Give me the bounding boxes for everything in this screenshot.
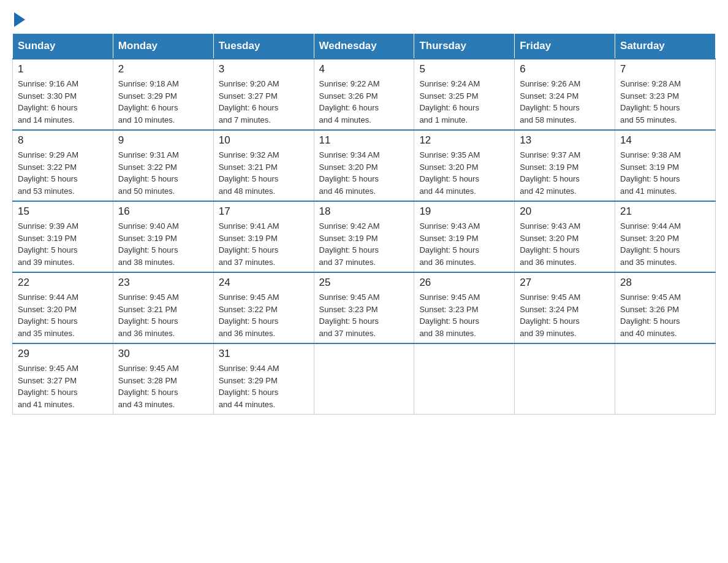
calendar-cell: 6Sunrise: 9:26 AMSunset: 3:24 PMDaylight… [515, 59, 615, 130]
week-row-4: 22Sunrise: 9:44 AMSunset: 3:20 PMDayligh… [13, 272, 716, 343]
day-number: 3 [219, 63, 309, 75]
calendar-cell [414, 343, 515, 415]
day-number: 20 [520, 205, 610, 218]
calendar-cell: 21Sunrise: 9:44 AMSunset: 3:20 PMDayligh… [615, 201, 716, 272]
calendar-cell: 11Sunrise: 9:34 AMSunset: 3:20 PMDayligh… [314, 130, 414, 201]
page-header [12, 12, 716, 27]
day-number: 26 [419, 277, 509, 289]
calendar-cell: 10Sunrise: 9:32 AMSunset: 3:21 PMDayligh… [213, 130, 314, 201]
day-info: Sunrise: 9:43 AMSunset: 3:19 PMDaylight:… [419, 220, 509, 268]
calendar-cell [314, 343, 414, 415]
day-number: 16 [118, 205, 208, 218]
week-row-2: 8Sunrise: 9:29 AMSunset: 3:22 PMDaylight… [13, 130, 716, 201]
calendar-cell: 1Sunrise: 9:16 AMSunset: 3:30 PMDaylight… [13, 59, 113, 130]
calendar-cell: 19Sunrise: 9:43 AMSunset: 3:19 PMDayligh… [414, 201, 515, 272]
header-thursday: Thursday [414, 34, 515, 59]
calendar-cell: 26Sunrise: 9:45 AMSunset: 3:23 PMDayligh… [414, 272, 515, 343]
day-number: 24 [219, 277, 309, 289]
calendar-cell: 24Sunrise: 9:45 AMSunset: 3:22 PMDayligh… [213, 272, 314, 343]
calendar-cell: 17Sunrise: 9:41 AMSunset: 3:19 PMDayligh… [213, 201, 314, 272]
calendar-cell: 7Sunrise: 9:28 AMSunset: 3:23 PMDaylight… [615, 59, 716, 130]
day-number: 23 [118, 277, 208, 289]
day-number: 8 [18, 134, 108, 147]
calendar-cell: 3Sunrise: 9:20 AMSunset: 3:27 PMDaylight… [213, 59, 314, 130]
day-number: 13 [520, 134, 610, 147]
day-number: 17 [219, 205, 309, 218]
calendar-cell [615, 343, 716, 415]
calendar-cell: 14Sunrise: 9:38 AMSunset: 3:19 PMDayligh… [615, 130, 716, 201]
day-info: Sunrise: 9:28 AMSunset: 3:23 PMDaylight:… [620, 78, 710, 126]
header-sunday: Sunday [13, 34, 113, 59]
day-info: Sunrise: 9:45 AMSunset: 3:23 PMDaylight:… [319, 291, 409, 339]
day-number: 12 [419, 134, 509, 147]
day-info: Sunrise: 9:38 AMSunset: 3:19 PMDaylight:… [620, 149, 710, 197]
day-info: Sunrise: 9:35 AMSunset: 3:20 PMDaylight:… [419, 149, 509, 197]
day-info: Sunrise: 9:45 AMSunset: 3:22 PMDaylight:… [219, 291, 309, 339]
header-tuesday: Tuesday [213, 34, 314, 59]
day-info: Sunrise: 9:22 AMSunset: 3:26 PMDaylight:… [319, 78, 409, 126]
day-info: Sunrise: 9:18 AMSunset: 3:29 PMDaylight:… [118, 78, 208, 126]
calendar-cell: 4Sunrise: 9:22 AMSunset: 3:26 PMDaylight… [314, 59, 414, 130]
day-info: Sunrise: 9:16 AMSunset: 3:30 PMDaylight:… [18, 78, 108, 126]
day-number: 9 [118, 134, 208, 147]
day-info: Sunrise: 9:26 AMSunset: 3:24 PMDaylight:… [520, 78, 610, 126]
calendar-cell: 25Sunrise: 9:45 AMSunset: 3:23 PMDayligh… [314, 272, 414, 343]
calendar-cell: 29Sunrise: 9:45 AMSunset: 3:27 PMDayligh… [13, 343, 113, 415]
calendar-table: SundayMondayTuesdayWednesdayThursdayFrid… [12, 33, 716, 415]
day-number: 15 [18, 205, 108, 218]
day-number: 25 [319, 277, 409, 289]
calendar-cell: 12Sunrise: 9:35 AMSunset: 3:20 PMDayligh… [414, 130, 515, 201]
day-number: 14 [620, 134, 710, 147]
day-info: Sunrise: 9:39 AMSunset: 3:19 PMDaylight:… [18, 220, 108, 268]
day-number: 19 [419, 205, 509, 218]
day-info: Sunrise: 9:31 AMSunset: 3:22 PMDaylight:… [118, 149, 208, 197]
calendar-cell: 2Sunrise: 9:18 AMSunset: 3:29 PMDaylight… [113, 59, 213, 130]
day-number: 7 [620, 63, 710, 75]
day-info: Sunrise: 9:42 AMSunset: 3:19 PMDaylight:… [319, 220, 409, 268]
calendar-cell: 5Sunrise: 9:24 AMSunset: 3:25 PMDaylight… [414, 59, 515, 130]
day-info: Sunrise: 9:44 AMSunset: 3:29 PMDaylight:… [219, 362, 309, 410]
day-number: 4 [319, 63, 409, 75]
day-number: 21 [620, 205, 710, 218]
day-info: Sunrise: 9:44 AMSunset: 3:20 PMDaylight:… [620, 220, 710, 268]
week-row-3: 15Sunrise: 9:39 AMSunset: 3:19 PMDayligh… [13, 201, 716, 272]
day-number: 29 [18, 348, 108, 360]
day-info: Sunrise: 9:20 AMSunset: 3:27 PMDaylight:… [219, 78, 309, 126]
header-wednesday: Wednesday [314, 34, 414, 59]
day-info: Sunrise: 9:40 AMSunset: 3:19 PMDaylight:… [118, 220, 208, 268]
day-info: Sunrise: 9:45 AMSunset: 3:21 PMDaylight:… [118, 291, 208, 339]
day-number: 18 [319, 205, 409, 218]
day-info: Sunrise: 9:43 AMSunset: 3:20 PMDaylight:… [520, 220, 610, 268]
week-row-1: 1Sunrise: 9:16 AMSunset: 3:30 PMDaylight… [13, 59, 716, 130]
logo-arrow-icon [14, 12, 25, 27]
calendar-cell: 28Sunrise: 9:45 AMSunset: 3:26 PMDayligh… [615, 272, 716, 343]
day-number: 6 [520, 63, 610, 75]
day-number: 1 [18, 63, 108, 75]
header-saturday: Saturday [615, 34, 716, 59]
calendar-cell: 9Sunrise: 9:31 AMSunset: 3:22 PMDaylight… [113, 130, 213, 201]
calendar-cell: 27Sunrise: 9:45 AMSunset: 3:24 PMDayligh… [515, 272, 615, 343]
day-info: Sunrise: 9:29 AMSunset: 3:22 PMDaylight:… [18, 149, 108, 197]
calendar-cell [515, 343, 615, 415]
calendar-cell: 13Sunrise: 9:37 AMSunset: 3:19 PMDayligh… [515, 130, 615, 201]
calendar-cell: 20Sunrise: 9:43 AMSunset: 3:20 PMDayligh… [515, 201, 615, 272]
day-info: Sunrise: 9:24 AMSunset: 3:25 PMDaylight:… [419, 78, 509, 126]
day-number: 11 [319, 134, 409, 147]
day-info: Sunrise: 9:45 AMSunset: 3:26 PMDaylight:… [620, 291, 710, 339]
day-info: Sunrise: 9:41 AMSunset: 3:19 PMDaylight:… [219, 220, 309, 268]
day-number: 5 [419, 63, 509, 75]
day-info: Sunrise: 9:32 AMSunset: 3:21 PMDaylight:… [219, 149, 309, 197]
calendar-cell: 18Sunrise: 9:42 AMSunset: 3:19 PMDayligh… [314, 201, 414, 272]
day-info: Sunrise: 9:45 AMSunset: 3:28 PMDaylight:… [118, 362, 208, 410]
day-number: 27 [520, 277, 610, 289]
calendar-cell: 8Sunrise: 9:29 AMSunset: 3:22 PMDaylight… [13, 130, 113, 201]
day-info: Sunrise: 9:45 AMSunset: 3:27 PMDaylight:… [18, 362, 108, 410]
calendar-cell: 31Sunrise: 9:44 AMSunset: 3:29 PMDayligh… [213, 343, 314, 415]
day-info: Sunrise: 9:34 AMSunset: 3:20 PMDaylight:… [319, 149, 409, 197]
header-monday: Monday [113, 34, 213, 59]
calendar-cell: 16Sunrise: 9:40 AMSunset: 3:19 PMDayligh… [113, 201, 213, 272]
calendar-header-row: SundayMondayTuesdayWednesdayThursdayFrid… [13, 34, 716, 59]
day-number: 10 [219, 134, 309, 147]
calendar-cell: 23Sunrise: 9:45 AMSunset: 3:21 PMDayligh… [113, 272, 213, 343]
week-row-5: 29Sunrise: 9:45 AMSunset: 3:27 PMDayligh… [13, 343, 716, 415]
